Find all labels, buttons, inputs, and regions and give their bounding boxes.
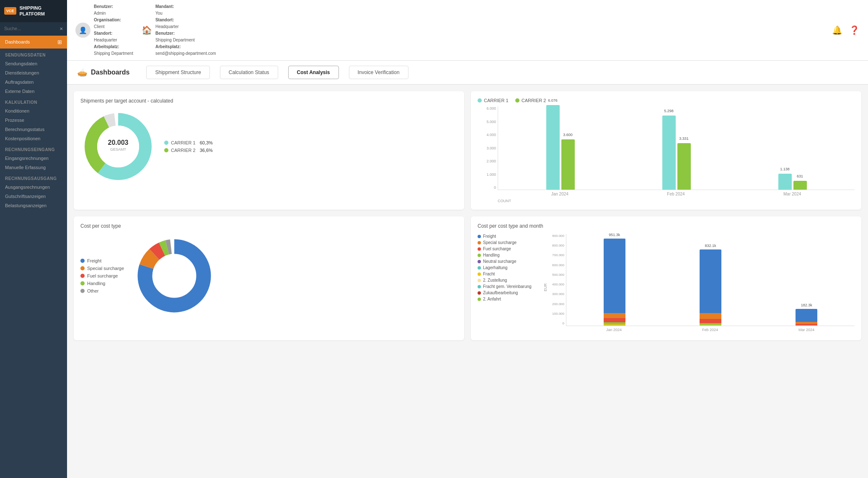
other-dot — [80, 289, 85, 293]
chart3-legend: Freight Special surcharge Fuel surcharge — [80, 258, 124, 293]
tab-invoice-verification[interactable]: Invoice Verification — [349, 66, 408, 79]
help-icon[interactable]: ❓ — [849, 25, 860, 35]
x-label-jan-2024: Jan 2024 — [551, 192, 568, 196]
chart2-area: 6.0005.0004.0003.0002.0001.0000 6.076 — [478, 106, 855, 198]
label-951k: 951.3k — [609, 233, 620, 237]
freight-mar — [796, 309, 817, 322]
bar-3600 — [561, 139, 575, 190]
tab-calculation-status[interactable]: Calculation Status — [220, 66, 278, 79]
legend4-zukaufbearbeitung-dot — [478, 291, 481, 295]
topbar-left: 👤 Benutzer: Admin Organisation: Client S… — [75, 3, 216, 57]
legend4-fuel-surcharge-dot — [478, 247, 481, 251]
standort-label: Standort: Headquarter — [94, 30, 133, 44]
chart2-carrier1-dot — [478, 98, 482, 103]
mandant-label: Mandant: You — [155, 3, 216, 17]
label-182k: 182.3k — [801, 303, 812, 307]
bar-carrier2-feb: 3.331 — [677, 143, 691, 190]
tab-cost-analysis[interactable]: Cost Analysis — [288, 66, 339, 79]
chart-shipments-donut: Shipments per target account - calculate… — [74, 91, 464, 210]
bar-carrier2-mar: 631 — [793, 181, 807, 190]
chart4-stacked-bars: 951.3k — [566, 234, 855, 334]
search-input[interactable] — [4, 26, 59, 31]
bar-label-5298: 5.298 — [664, 109, 674, 113]
mandant-arbeitsplatz: Arbeitsplatz: send@shipping-department.c… — [155, 44, 216, 57]
sidebar-item-eingangsrechnungen[interactable]: Eingangsrechnungen — [0, 154, 67, 163]
bell-icon[interactable]: 🔔 — [832, 25, 842, 35]
sidebar-section-sendungsdaten: Sendungsdaten — [0, 49, 67, 59]
legend4-anfahrt: 2. Anfahrt — [478, 297, 538, 301]
pie-chart-icon: 🥧 — [77, 67, 88, 77]
tab-shipment-structure[interactable]: Shippment Structure — [146, 66, 209, 79]
bar-3331 — [677, 143, 691, 190]
svg-text:20.003: 20.003 — [108, 139, 129, 146]
sidebar-item-konditionen[interactable]: Konditionen — [0, 106, 67, 116]
bar-label-3600: 3.600 — [563, 133, 573, 137]
legend4-neutral-surcharge: Neutral surcharge — [478, 259, 538, 264]
sidebar-item-manuelle-erfassung[interactable]: Manuelle Erfassung — [0, 163, 67, 172]
special-feb — [700, 313, 721, 319]
bar-carrier1-mar: 1.138 — [778, 174, 792, 190]
chart4-legend: Freight Special surcharge Fuel surcharge — [478, 234, 538, 334]
handling-dot — [80, 281, 85, 285]
legend-fuel-surcharge: Fuel surcharge — [80, 273, 124, 278]
chart4-bar-container: 951.3k — [566, 234, 855, 326]
stacked-bar-jan — [604, 239, 625, 326]
sidebar-item-kostenpositionen[interactable]: Kostenpositionen — [0, 134, 67, 143]
chart4-bar-area: 900.000800.000700.000600.000500.000400.0… — [543, 234, 855, 334]
fuel-jan — [604, 318, 625, 322]
sidebar-item-prozesse[interactable]: Prozesse — [0, 116, 67, 125]
special-surcharge-dot — [80, 266, 85, 270]
bar-carrier2-jan: 3.600 — [561, 139, 575, 190]
legend4-fracht-dot — [478, 272, 481, 276]
sidebar-item-dienstleistungen[interactable]: Dienstleistungen — [0, 68, 67, 77]
chart2-bars: 6.076 3.600 5 — [498, 106, 855, 198]
sidebar-item-gutschriftsanzeigen[interactable]: Gutschriftsanzeigen — [0, 192, 67, 201]
stacked-bar-feb — [700, 249, 721, 326]
donut-chart-1-container: 20.003 GESAMT CARRIER 1 60,3% CARRIER 2 — [80, 109, 457, 184]
freight-feb — [700, 249, 721, 313]
bar-group-mar: 1.138 631 — [778, 174, 807, 190]
legend4-freight-dot — [478, 235, 481, 238]
sidebar-item-dashboards[interactable]: Dashboards ⊞ — [0, 36, 67, 49]
sidebar-section-rechnungseingang: Rechnungseingang — [0, 143, 67, 154]
carrier2-dot — [164, 148, 168, 152]
special-jan — [604, 313, 625, 318]
donut-legend-1: CARRIER 1 60,3% CARRIER 2 36,6% — [164, 140, 213, 153]
sidebar-search-bar[interactable]: × — [0, 22, 67, 36]
sidebar-item-belastungsanzeigen[interactable]: Belastungsanzeigen — [0, 201, 67, 210]
bar-carrier1-feb: 5.298 — [662, 116, 676, 190]
x-label-mar-2024: Mar 2024 — [783, 192, 801, 196]
close-icon[interactable]: × — [59, 26, 63, 32]
topbar-right: 🔔 ❓ — [832, 25, 860, 35]
topbar-mandant-info: 🏠 Mandant: You Standort: Headquarter Ben… — [142, 3, 216, 57]
fuel-surcharge-dot — [80, 274, 85, 278]
svg-point-3 — [97, 126, 139, 167]
dashboard-title: 🥧 Dashboards — [77, 67, 129, 77]
sidebar-item-auftragsdaten[interactable]: Auftragsdaten — [0, 77, 67, 87]
topbar-user-info: 👤 Benutzer: Admin Organisation: Client S… — [75, 3, 133, 57]
freight-jan — [604, 239, 625, 313]
sidebar-item-externe-daten[interactable]: Externe Daten — [0, 87, 67, 96]
sidebar-item-berechnungsstatus[interactable]: Berechnungsstatus — [0, 125, 67, 134]
legend4-fuel-surcharge: Fuel surcharge — [478, 247, 538, 251]
topbar: 👤 Benutzer: Admin Organisation: Client S… — [67, 0, 868, 61]
main-content: 👤 Benutzer: Admin Organisation: Client S… — [67, 0, 868, 478]
user-details: Benutzer: Admin Organisation: Client Sta… — [94, 3, 133, 57]
sidebar-item-ausgangsrechnungen[interactable]: Ausgangsrechnungen — [0, 182, 67, 192]
bar-label-6076: 6.076 — [548, 98, 558, 103]
legend4-lagerhaltung-dot — [478, 266, 481, 270]
sidebar-item-sendungsdaten[interactable]: Sendungsdaten — [0, 59, 67, 68]
legend-handling: Handling — [80, 281, 124, 286]
mandant-standort: Standort: Headquarter — [155, 17, 216, 30]
chart-cost-donut: Cost per cost type Freight Special surch… — [74, 216, 464, 340]
y-axis-label-eur: EUR — [543, 283, 548, 291]
legend4-fracht-vereinbarung-dot — [478, 285, 481, 288]
mandant-details: Mandant: You Standort: Headquarter Benut… — [155, 3, 216, 57]
chart4-container: Freight Special surcharge Fuel surcharge — [478, 234, 855, 334]
bar-5298 — [662, 116, 676, 190]
other-jan — [604, 324, 625, 326]
legend4-anfahrt-dot — [478, 298, 481, 301]
dashboard-icon-small: ⊞ — [57, 39, 62, 45]
chart4-title: Cost per cost type and month — [478, 223, 855, 229]
x-label-jan-chart4: Jan 2024 — [606, 328, 622, 332]
